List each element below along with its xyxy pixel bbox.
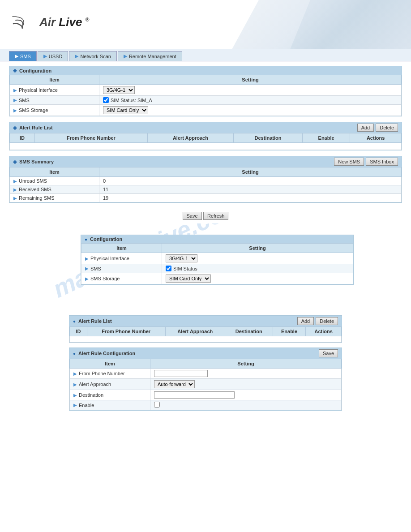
- tab-remote-management-arrow: ▶: [124, 53, 127, 59]
- svg-point-0: [21, 27, 23, 29]
- zoomed-alert-icon: ●: [73, 319, 76, 324]
- z-alert-col-from-phone: From Phone Number: [87, 327, 165, 336]
- tab-sms-label: SMS: [20, 54, 31, 59]
- z-sms-label: ▶ SMS: [85, 266, 158, 271]
- alert-empty-row: [70, 336, 342, 343]
- row-arrow-icon: ▶: [85, 276, 89, 281]
- table-row: ▶ Alert Approach Auto-forward: [70, 379, 342, 390]
- alert-col-actions: Actions: [350, 133, 402, 143]
- zoomed-alert-table: ID From Phone Number Alert Approach Dest…: [69, 326, 342, 343]
- sms-col-item: Item: [10, 167, 99, 177]
- alert-col-from-phone: From Phone Number: [35, 133, 148, 143]
- sms-checkbox[interactable]: [103, 97, 109, 103]
- z-alert-col-actions: Actions: [306, 327, 342, 336]
- zoomed-config-title: Configuration: [90, 236, 122, 242]
- alert-col-alert-approach: Alert Approach: [147, 133, 233, 143]
- z-alert-col-enable: Enable: [273, 327, 306, 336]
- from-phone-input[interactable]: [154, 370, 208, 377]
- row-arrow-icon: ▶: [85, 256, 89, 261]
- alert-col-enable: Enable: [302, 133, 350, 143]
- z-alert-col-id: ID: [70, 327, 87, 336]
- configuration-title: Configuration: [19, 68, 51, 73]
- from-phone-label: ▶ From Phone Number: [73, 371, 146, 376]
- remaining-sms-label: ▶ Remaining SMS: [13, 195, 95, 201]
- destination-input[interactable]: [154, 391, 235, 399]
- logo-text: Air Live ®: [39, 15, 89, 29]
- z-physical-interface-select[interactable]: 3G/4G-1: [166, 254, 197, 262]
- sms-summary-table: Item Setting ▶ Unread SMS 0: [9, 167, 402, 202]
- z-sms-status-text: SIM Status: [173, 266, 197, 271]
- tab-ussd[interactable]: ▶ USSD: [38, 51, 68, 61]
- z-sms-storage-select[interactable]: SIM Card Only: [166, 275, 211, 283]
- table-row: ▶ Received SMS 11: [10, 185, 402, 194]
- z-sms-setting: SIM Status: [166, 266, 349, 271]
- enable-label: ▶ Enable: [73, 403, 146, 408]
- destination-label: ▶ Destination: [73, 392, 146, 398]
- z-sms-storage-label: ▶ SMS Storage: [85, 276, 158, 281]
- sms-setting: SIM Status: SIM_A: [103, 97, 398, 103]
- tab-network-scan[interactable]: ▶ Network Scan: [69, 51, 116, 61]
- zoomed-config-icon: ●: [85, 237, 87, 242]
- configuration-header: ◈ Configuration: [9, 66, 402, 75]
- tab-sms-arrow: ▶: [15, 53, 18, 59]
- row-arrow-icon: ▶: [13, 179, 17, 184]
- bottom-buttons: Save Refresh: [9, 208, 402, 223]
- row-arrow-icon: ▶: [73, 371, 77, 376]
- table-row: ▶ Unread SMS 0: [10, 177, 402, 185]
- alert-rule-config-area: ● Alert Rule Configuration Save Item Set…: [9, 348, 402, 411]
- sms-summary-title: SMS Summary: [19, 159, 54, 164]
- save-button[interactable]: Save: [183, 212, 202, 220]
- unread-sms-value: 0: [103, 178, 106, 184]
- add-button[interactable]: Add: [357, 124, 374, 132]
- config-col-setting: Setting: [99, 75, 402, 85]
- delete-button[interactable]: Delete: [376, 124, 398, 132]
- table-row: ▶ SMS Storage SIM Card Only: [10, 105, 402, 116]
- enable-checkbox[interactable]: [154, 402, 160, 408]
- unread-sms-label: ▶ Unread SMS: [13, 178, 95, 184]
- new-sms-button[interactable]: New SMS: [334, 158, 364, 166]
- arc-col-setting: Setting: [150, 359, 342, 369]
- alert-icon: ◈: [13, 125, 17, 131]
- alert-approach-select[interactable]: Auto-forward: [154, 380, 195, 388]
- sms-storage-select[interactable]: SIM Card Only: [103, 106, 148, 114]
- table-row: ▶ SMS SIM Status: SIM_A: [10, 96, 402, 105]
- row-arrow-icon: ▶: [13, 88, 17, 93]
- main-content: ◈ Configuration Item Setting ▶ Phy: [0, 61, 411, 420]
- remaining-sms-value: 19: [103, 195, 108, 201]
- sms-summary-icon: ◈: [13, 159, 17, 165]
- tab-remote-management[interactable]: ▶ Remote Management: [118, 51, 182, 61]
- row-arrow-icon: ▶: [73, 403, 77, 408]
- tab-network-scan-label: Network Scan: [80, 54, 111, 59]
- physical-interface-select[interactable]: 3G/4G-1: [103, 86, 135, 94]
- header: Air Live ®: [0, 0, 411, 49]
- tab-sms[interactable]: ▶ SMS: [9, 51, 37, 61]
- received-sms-label: ▶ Received SMS: [13, 187, 95, 192]
- zoomed-config-table: Item Setting ▶ Physical Interface: [81, 243, 353, 284]
- z-alert-col-destination: Destination: [225, 327, 273, 336]
- sms-storage-label: ▶ SMS Storage: [13, 107, 95, 113]
- z-sms-checkbox[interactable]: [166, 266, 171, 271]
- sms-inbox-button[interactable]: SMS Inbox: [366, 158, 398, 166]
- alert-rule-config-header: ● Alert Rule Configuration Save: [69, 348, 342, 359]
- alert-rule-list-section: ◈ Alert Rule List Add Delete ID From Pho…: [9, 122, 402, 150]
- zoomed-alert-panel: ● Alert Rule List Add Delete ID From Pho…: [69, 315, 342, 343]
- alert-rule-config-title: Alert Rule Configuration: [78, 351, 135, 356]
- zcol-item: Item: [81, 244, 162, 253]
- tab-ussd-label: USSD: [49, 54, 63, 59]
- zoomed-alert-area: ● Alert Rule List Add Delete ID From Pho…: [9, 315, 402, 343]
- alert-empty-row: [10, 143, 402, 150]
- alert-rule-table: ID From Phone Number Alert Approach Dest…: [9, 133, 402, 150]
- zoomed-delete-button[interactable]: Delete: [316, 317, 338, 325]
- alert-rule-list-title: Alert Rule List: [19, 125, 53, 130]
- sms-col-setting: Setting: [99, 167, 402, 177]
- alert-rule-save-button[interactable]: Save: [319, 349, 338, 357]
- logo-registered-text: ®: [86, 17, 90, 23]
- table-row: ▶ Enable: [70, 400, 342, 410]
- table-row: ▶ Remaining SMS 19: [10, 194, 402, 202]
- physical-interface-label: ▶ Physical Interface: [13, 87, 95, 93]
- alert-rule-buttons: Add Delete: [357, 124, 398, 132]
- row-arrow-icon: ▶: [85, 266, 89, 271]
- refresh-button[interactable]: Refresh: [203, 212, 229, 220]
- alert-rule-config-table: Item Setting ▶ From Phone Number: [69, 359, 342, 410]
- zoomed-add-button[interactable]: Add: [297, 317, 314, 325]
